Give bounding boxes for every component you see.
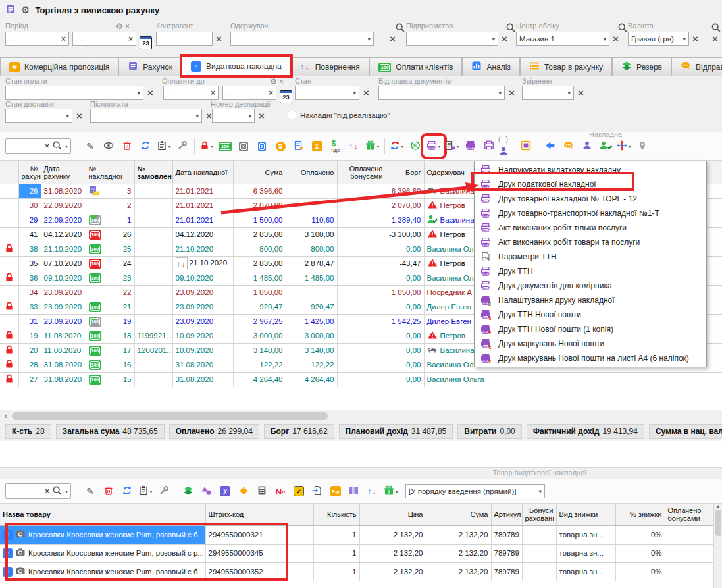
client-check-button[interactable]: ▾ <box>596 137 615 155</box>
period-to-field[interactable]: . .× <box>72 32 136 46</box>
clear-icon[interactable]: × <box>61 34 66 43</box>
currency-clear-button[interactable]: × <box>692 32 698 46</box>
menu-item[interactable]: Надрукувати видаткову накладну <box>475 163 706 177</box>
quick-search-input[interactable]: ×▾ <box>5 483 71 499</box>
report-button[interactable]: ▾ <box>136 482 155 500</box>
column-header[interactable]: Артикул <box>491 504 522 525</box>
column-header[interactable]: Сума <box>233 161 286 184</box>
docs-sending-clear-button[interactable]: × <box>509 86 515 100</box>
delivery-state-select[interactable]: ▾ <box>5 109 72 123</box>
tab-8[interactable]: Резерв <box>612 57 671 76</box>
pay100-button[interactable]: 100 <box>216 137 234 155</box>
report-button[interactable]: ▾ <box>155 137 173 155</box>
state-clear-button[interactable]: × <box>363 86 369 100</box>
print-solid-button[interactable] <box>461 137 480 155</box>
back-button[interactable] <box>541 137 559 155</box>
column-header[interactable]: № накладної <box>86 161 134 184</box>
exchange-button[interactable]: ▾ <box>388 137 406 155</box>
enterprise-clear-button[interactable]: × <box>502 32 507 46</box>
tab-4[interactable]: ↑↓Повернення <box>291 57 369 76</box>
clear-icon[interactable]: × <box>211 88 215 97</box>
delete-button[interactable] <box>99 482 118 500</box>
tab-9[interactable]: Відправлені повідомлення <box>671 57 722 76</box>
scrollbar-thumb[interactable] <box>12 412 328 420</box>
checky-button[interactable]: ✓ <box>290 482 308 500</box>
tab-1[interactable]: ★Комерційна пропозиція <box>0 57 118 76</box>
gear-icon[interactable]: ⚙ <box>21 4 30 16</box>
menu-item[interactable]: ⇅Друк ТТН Нової пошти <box>475 307 706 322</box>
print-button[interactable]: ▾ <box>425 137 443 155</box>
tools-button[interactable] <box>155 482 173 500</box>
dollar-button[interactable]: $ <box>271 137 290 155</box>
tools-button[interactable] <box>173 137 192 155</box>
menu-item[interactable]: Друк податкової накладної <box>475 177 706 192</box>
menu-item[interactable]: ⇅Друк маркувань Нової пошти на листі А4 … <box>475 351 706 365</box>
refresh-button[interactable] <box>118 482 136 500</box>
edit-button[interactable]: ✎ <box>81 137 99 155</box>
geo-button[interactable] <box>633 137 652 155</box>
print-preview-button[interactable] <box>480 137 498 155</box>
message-button[interactable] <box>559 137 578 155</box>
refresh-button[interactable] <box>136 137 155 155</box>
scroll-left-icon[interactable]: ‹ <box>0 411 12 421</box>
extra-clear-button[interactable]: × <box>712 32 718 46</box>
menu-item[interactable]: Друк ТТН <box>475 264 706 279</box>
column-header[interactable]: Ціна <box>359 504 426 525</box>
menu-item[interactable]: Друк документів для комірника <box>475 279 706 293</box>
page-button[interactable] <box>308 482 326 500</box>
column-header[interactable]: Оплачено бонусами <box>337 161 386 184</box>
clear-icon[interactable]: × <box>128 34 133 43</box>
product-row[interactable]: ↑Кроссовки Кроссовки женские Pum, розовы… <box>0 544 722 562</box>
payment-state-clear-button[interactable]: × <box>147 86 153 100</box>
delete-button[interactable] <box>118 137 136 155</box>
calendar-button[interactable]: 23 <box>280 86 292 103</box>
menu-item[interactable]: ⇅Друк ТТН Нової пошти (1 копія) <box>475 322 706 336</box>
view-button[interactable] <box>99 137 118 155</box>
client-doc-button[interactable]: () <box>498 137 517 155</box>
tab-3[interactable]: ↑Видаткова накладна <box>182 56 291 76</box>
accounting-center-select[interactable]: Магазин 1▾ <box>516 32 609 46</box>
enterprise-select[interactable]: ▾ <box>406 32 498 46</box>
declaration-clear-button[interactable]: × <box>259 109 265 123</box>
sum-button[interactable]: Σ <box>308 137 326 155</box>
payment-state-select[interactable]: ▾ <box>5 86 143 100</box>
accounting-center-clear-button[interactable]: × <box>613 32 619 46</box>
menu-item[interactable]: ⚙Налаштування друку накладної <box>475 293 706 307</box>
lock-button[interactable]: ▾ <box>197 137 216 155</box>
tab-7[interactable]: Товар в рахунку <box>520 57 612 76</box>
declaration-select[interactable]: ▾ <box>212 109 255 123</box>
reconciliation-select[interactable]: ▾ <box>522 86 574 100</box>
column-header[interactable]: Оплачено <box>286 161 337 184</box>
column-header[interactable] <box>0 161 18 184</box>
product-row[interactable]: ↑Кроссовки Кроссовки женские Pum, розовы… <box>0 525 722 544</box>
sort-order-select[interactable]: [У порядку введення (прямий)]▾ <box>405 484 545 498</box>
print-list-button[interactable]: ▾ <box>443 137 461 155</box>
calendar-button[interactable]: 23 <box>140 32 152 49</box>
invoice-row[interactable]: 2731.08.20201001531.08.20204 264,404 264… <box>0 372 722 387</box>
contractor-clear-button[interactable]: × <box>216 32 222 46</box>
column-header[interactable]: № рахунку <box>18 161 41 184</box>
menu-item[interactable]: Акт виконаних робіт тільки послуги <box>475 221 706 235</box>
column-header[interactable]: Штрих-код <box>205 504 313 525</box>
horizontal-scrollbar[interactable]: ‹ <box>0 410 722 421</box>
updown-button[interactable]: ↑↓ <box>363 482 382 500</box>
tab-5[interactable]: 100Оплати клієнтів <box>369 57 463 76</box>
updown-button[interactable]: ↑↓ <box>345 137 363 155</box>
shapes-button[interactable] <box>197 482 216 500</box>
clear-icon[interactable]: × <box>45 142 49 151</box>
reconciliation-clear-button[interactable]: × <box>578 86 584 100</box>
clear-icon[interactable]: × <box>45 487 49 496</box>
save-print-button[interactable] <box>517 137 535 155</box>
gift-button[interactable]: ▾ <box>382 482 400 500</box>
contractor-input[interactable] <box>156 32 213 46</box>
vertical-scrollbar[interactable]: ▲ <box>713 504 722 588</box>
column-header[interactable]: Бонуси раховані <box>522 504 556 525</box>
column-header[interactable]: Сума <box>426 504 491 525</box>
docs-sending-select[interactable]: ▾ <box>378 86 505 100</box>
filter-settings-icons[interactable]: ⚙ × <box>116 22 130 31</box>
column-header[interactable]: % знижки <box>615 504 665 525</box>
state-select[interactable]: ▾ <box>295 86 359 100</box>
column-header[interactable]: Кількість <box>313 504 359 525</box>
menu-item[interactable]: ТТНПараметри ТТН <box>475 250 706 264</box>
column-header[interactable]: Дата рахунку <box>41 161 86 184</box>
